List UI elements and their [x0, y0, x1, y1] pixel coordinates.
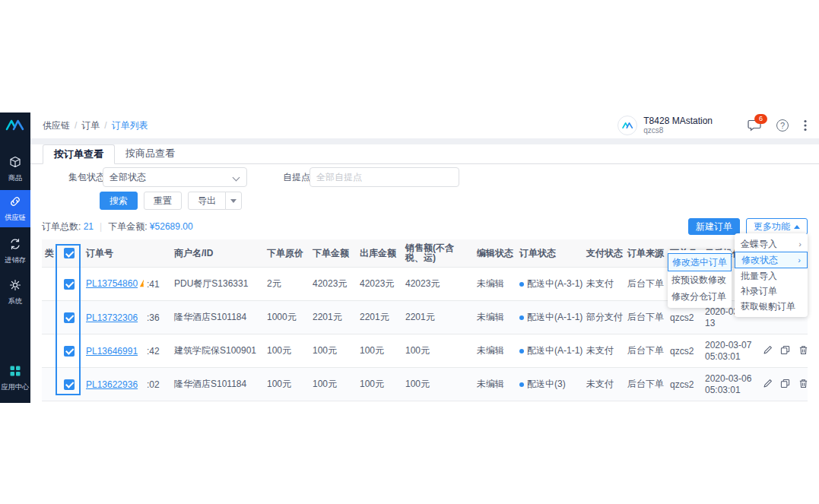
filter-buttons: 搜索 重置 导出	[100, 192, 242, 210]
sidebar-item-supply-chain[interactable]: 供应链	[0, 190, 30, 227]
user-account: qzcs8	[643, 126, 713, 135]
delete-icon[interactable]	[798, 345, 808, 357]
export-button[interactable]: 导出	[188, 192, 226, 210]
cell-original-price: 100元	[264, 334, 310, 368]
chain-icon	[8, 195, 22, 210]
cell-source: 后台下单	[624, 334, 667, 368]
header-select-all	[56, 239, 83, 268]
copy-icon[interactable]	[780, 379, 790, 391]
messages-icon[interactable]: 6	[748, 119, 761, 132]
header-order-status: 订单状态	[516, 239, 583, 268]
sidebar-item-goods[interactable]: 商品	[0, 151, 30, 188]
warning-icon	[139, 279, 144, 290]
tab-by-order[interactable]: 按订单查看	[43, 144, 115, 164]
order-link[interactable]: PL13754860	[86, 278, 138, 289]
cell-edit-status: 未编辑	[474, 268, 516, 301]
app-logo-icon[interactable]	[0, 119, 30, 135]
new-order-button[interactable]: 新建订单	[688, 218, 740, 235]
header-source: 订单来源	[624, 239, 667, 268]
header-order-no: 订单号	[83, 239, 144, 268]
row-checkbox[interactable]	[64, 312, 75, 323]
sidebar-item-system[interactable]: 系统	[0, 274, 30, 311]
search-button[interactable]: 搜索	[100, 192, 138, 210]
cell-last-time: 2020-03-07 05:03:01	[702, 334, 760, 368]
cell-order-amount: 100元	[310, 334, 357, 368]
help-icon[interactable]: ?	[776, 119, 789, 132]
menu-item-kingdee-import[interactable]: 金蝶导入 ›	[735, 236, 808, 252]
order-link[interactable]: PL13622936	[86, 379, 138, 390]
summary-separator: |	[100, 221, 102, 232]
breadcrumb-supply-chain[interactable]: 供应链	[43, 119, 70, 132]
cell-ops	[760, 334, 808, 368]
cell-merchant: 建筑学院保S100901	[171, 334, 264, 368]
pickup-point-input[interactable]	[310, 167, 459, 187]
menu-item-batch-import[interactable]: 批量导入	[735, 268, 808, 284]
sidebar-item-inventory[interactable]: 进销存	[0, 233, 30, 270]
order-amount-label: 下单金额:	[108, 220, 147, 233]
submenu-item-modify-by-preset[interactable]: 按预设数修改	[668, 271, 732, 288]
cell-edit-status: 未编辑	[474, 301, 516, 334]
edit-icon[interactable]	[763, 345, 773, 357]
row-checkbox[interactable]	[64, 379, 75, 390]
cell-order-amount: 42023元	[310, 268, 357, 301]
package-status-select[interactable]: 全部状态	[103, 167, 247, 187]
menu-item-supplement-order[interactable]: 补录订单	[735, 284, 808, 299]
cell-pay-status: 部分支付	[583, 301, 624, 334]
breadcrumb-orders[interactable]: 订单	[81, 119, 100, 132]
cell-order-amount: 100元	[310, 368, 357, 401]
cell-original-price: 100元	[264, 368, 310, 401]
row-checkbox[interactable]	[64, 279, 75, 290]
table-row: PL13622936 :02 隆华酒店S101184 100元 100元 100…	[42, 368, 808, 401]
table-row: PL13646991 :42 建筑学院保S100901 100元 100元 10…	[42, 334, 808, 368]
cell-extra	[42, 268, 56, 301]
cell-order-amount: 2201元	[310, 301, 357, 334]
topbar-right: T8428 MAstation qzcs8 6 ?	[617, 116, 807, 135]
cell-order-status: 配送中(A-3-1)	[516, 268, 583, 301]
status-dot	[519, 315, 524, 320]
copy-icon[interactable]	[780, 345, 790, 357]
more-functions-button[interactable]: 更多功能	[746, 218, 808, 235]
cell-source: 后台下单	[624, 301, 667, 334]
sidebar-item-label: 供应链	[5, 213, 26, 223]
menu-item-fetch-pospal-orders[interactable]: 获取银豹订单	[735, 299, 808, 314]
help-glyph: ?	[780, 121, 785, 130]
user-info[interactable]: T8428 MAstation qzcs8	[643, 116, 713, 135]
header-sales: 销售额(不含税、运)	[402, 239, 474, 268]
view-tabs: 按订单查看 按商品查看	[30, 144, 819, 164]
order-count-value: 21	[84, 221, 94, 232]
export-dropdown-button[interactable]	[225, 192, 242, 210]
row-checkbox[interactable]	[64, 346, 75, 357]
order-link[interactable]: PL13646991	[86, 346, 138, 357]
pickup-point-label: 自提点:	[283, 167, 313, 187]
breadcrumb-separator: /	[104, 120, 106, 131]
submenu-item-modify-selected[interactable]: 修改选中订单	[668, 253, 732, 271]
cell-checkbox	[56, 334, 83, 368]
order-link[interactable]: PL13732306	[86, 312, 138, 323]
cell-sales: 100元	[402, 368, 474, 401]
cell-sales: 42023元	[402, 268, 474, 301]
delete-icon[interactable]	[798, 379, 808, 391]
grid-icon	[8, 364, 22, 379]
reset-button[interactable]: 重置	[144, 192, 182, 210]
menu-item-modify-status[interactable]: 修改状态 ›	[735, 252, 808, 268]
cell-order-no: PL13646991	[83, 334, 144, 368]
caret-up-icon	[794, 225, 800, 229]
cell-source: 后台下单	[624, 268, 667, 301]
avatar[interactable]	[617, 116, 637, 135]
cube-icon	[8, 155, 22, 170]
edit-icon[interactable]	[763, 379, 773, 391]
select-all-checkbox[interactable]	[64, 248, 75, 258]
sidebar-item-label: 商品	[8, 173, 22, 183]
cell-checkbox	[56, 301, 83, 334]
more-options-icon[interactable]	[804, 119, 807, 132]
sidebar-item-app-center[interactable]: 应用中心	[0, 360, 30, 397]
submenu-item-modify-split-warehouse[interactable]: 修改分仓订单	[668, 288, 732, 305]
tab-by-product[interactable]: 按商品查看	[115, 144, 186, 163]
cell-outbound-amount: 42023元	[357, 268, 402, 301]
cell-outbound-amount: 100元	[357, 368, 402, 401]
more-functions-menu: 金蝶导入 › 修改状态 › 批量导入 补录订单 获取银豹订单	[735, 233, 808, 317]
header-time	[144, 239, 171, 268]
cell-merchant: 隆华酒店S101184	[171, 301, 264, 334]
header-outbound-amount: 出库金额	[357, 239, 402, 268]
header-edit-status: 编辑状态	[474, 239, 516, 268]
